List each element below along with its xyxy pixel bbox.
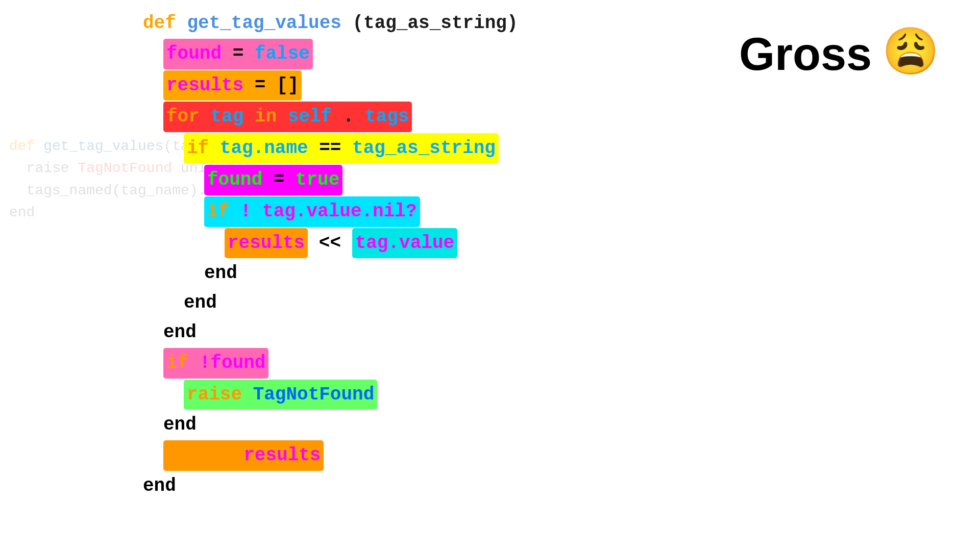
line-results-shovel: results << tag.value [225,228,518,259]
line-end3: end [163,318,518,347]
function-name: get_tag_values [187,13,341,34]
token-if2: if [207,201,229,222]
line-if-found: if !found [163,348,518,379]
highlight-return: return results [163,440,324,471]
token-results-var: results [166,75,243,96]
gross-text: Gross [739,28,872,81]
token-found: found [166,43,222,64]
line-end1: end [204,259,518,288]
token-if1: if [187,138,209,159]
token-true: true [296,169,339,190]
token-if3: if [166,353,188,373]
line-end2: end [184,289,518,317]
line-raise: raise TagNotFound [184,380,518,410]
token-found2: found [207,169,262,190]
highlight-results: results [225,228,308,259]
highlight-if-value: if ! tag.value.nil? [204,196,420,227]
highlight-for: for tag in self . tags [163,102,412,132]
token-false: false [255,43,310,64]
line-found-false: found = false [163,39,518,69]
line-results-empty: results = [] [163,70,518,101]
gross-emoji: 😩 [882,32,939,78]
line-found-true: found = true [204,165,518,195]
line-def: def get_tag_values (tag_as_string) [143,9,518,38]
token-raise: raise [187,384,242,405]
token-end5: end [143,475,176,496]
token-results2: results [228,233,305,254]
line-for: for tag in self . tags [163,102,518,132]
highlight-tag-value: tag.value [352,228,457,259]
token-end3: end [163,322,197,343]
line-if-tag: if tag.name == tag_as_string [184,133,518,164]
highlight-found-false: found = false [163,39,313,69]
line-return: return results [163,440,518,471]
token-end2: end [184,292,217,313]
highlight-found-true: found = true [204,165,342,195]
line-if-value: if ! tag.value.nil? [204,196,518,227]
highlight-results-empty: results = [] [163,70,302,101]
gross-label: Gross 😩 [739,28,939,81]
highlight-raise: raise TagNotFound [184,380,377,410]
line-end4: end [163,411,518,439]
token-end1: end [204,263,237,284]
line-end5: end [143,472,518,500]
token-end4: end [163,414,197,435]
keyword-def: def [143,13,176,34]
token-in: in [255,106,277,127]
highlight-if-tag: if tag.name == tag_as_string [184,133,499,164]
code-block: def get_tag_values (tag_as_string) found… [143,9,518,502]
main-container: def get_tag_values(tag_name) raise TagNo… [0,0,980,551]
token-shovel: << [319,233,352,254]
token-for: for [166,106,200,127]
token-return: return [166,445,233,466]
highlight-if-found: if !found [163,348,268,379]
token-tag-value: tag.value [355,233,454,254]
params: (tag_as_string) [352,13,518,34]
